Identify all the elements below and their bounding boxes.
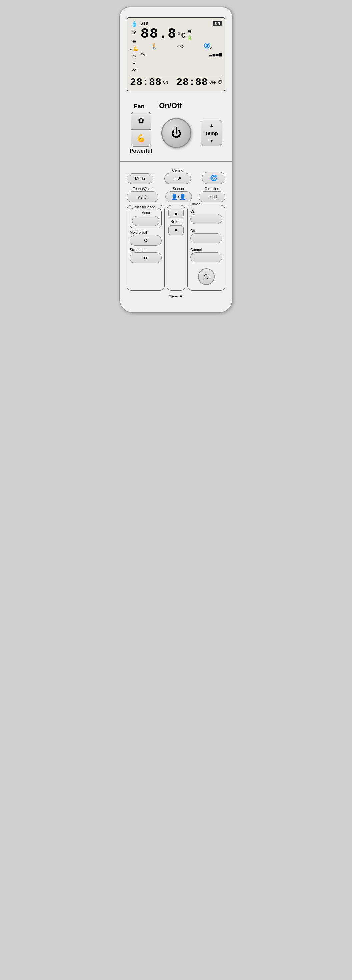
timer-cancel-btn-label: Cancel <box>190 248 202 252</box>
temp-down-arrow: ▼ <box>209 138 214 143</box>
timer-off-group: Off <box>190 227 222 245</box>
fan-auto-icon: 🌀A <box>204 42 212 49</box>
econo-quiet-button[interactable]: ↙/☺ <box>127 191 158 202</box>
lcd-status-top: STD ON <box>140 21 222 26</box>
power-icon: ⏻ <box>171 127 182 139</box>
menu-sub-label: Menu <box>132 211 159 215</box>
streamer-icon: ≪ <box>143 255 149 261</box>
lcd-left-icons: 💧 ❄ ❋ ↙💪 ⌂ ↩ ≪ <box>130 21 139 73</box>
streamer-group: Streamer ≪ <box>130 248 162 264</box>
fan-mode-icon: ❋ <box>132 37 136 45</box>
remote-control: 💧 ❄ ❋ ↙💪 ⌂ ↩ ≪ STD ON 88.8°C <box>119 7 233 313</box>
timer-off-time: 28:88 <box>176 76 208 88</box>
onoff-label: On/Off <box>159 101 182 110</box>
temp-group: ▲ Temp ▼ <box>201 119 222 146</box>
filter-icon: ▦ <box>188 28 191 34</box>
left-outer-box: Push for 2 sec Menu Mold proof ↺ Streame… <box>127 205 165 291</box>
temp-label: Temp <box>205 130 218 136</box>
mode-button[interactable]: Mode <box>127 173 153 184</box>
lcd-display: 💧 ❄ ❋ ↙💪 ⌂ ↩ ≪ STD ON 88.8°C <box>127 18 225 91</box>
temp-up-arrow: ▲ <box>209 123 214 128</box>
ceiling-icon: □↗ <box>174 175 182 181</box>
mode-label: Mode <box>135 176 145 181</box>
dry-icon: ↙💪 <box>130 46 139 52</box>
snowflake-icon: ❄ <box>132 29 136 36</box>
home-icon: ⌂ <box>133 53 136 59</box>
mold-proof-button[interactable]: ↺ <box>130 235 162 246</box>
row1: Mode Ceiling □↗ 🌀 <box>127 168 225 184</box>
wave-icon: ≪ <box>132 67 137 73</box>
select-up-icon: ▲ <box>174 210 178 216</box>
fan-buttons: ✿ 💪 <box>131 112 151 146</box>
timer-on-label: ON <box>163 81 168 84</box>
clock-button[interactable]: ⏱ <box>198 269 215 285</box>
ceiling-group: Ceiling □↗ <box>164 168 191 184</box>
lcd-on-badge: ON <box>213 21 222 26</box>
direction-group: Direction ↔≋ <box>199 186 225 202</box>
timer-cancel-button[interactable] <box>190 253 222 262</box>
lcd-timer-row: 28:88 ON 28:88 OFF ⏱ <box>130 75 222 88</box>
timer-off-block: 28:88 OFF ⏱ <box>176 76 222 88</box>
person-walking-icon: 🚶 <box>150 42 158 49</box>
menu-button[interactable] <box>132 216 159 226</box>
direction-icon: ↔≋ <box>207 194 217 200</box>
swing-button[interactable]: 🌀 <box>202 172 225 184</box>
streamer-label: Streamer <box>130 248 162 252</box>
battery-row: □+ − ▼ <box>127 294 225 299</box>
ceiling-button[interactable]: □↗ <box>164 173 191 184</box>
section-divider <box>120 161 232 162</box>
lcd-fan-a-icon: ❋A <box>140 51 145 57</box>
lcd-main: STD ON 88.8°C ▦ 🔋 🚶 ▭↺ 🌀A <box>140 21 222 73</box>
upper-label-row: Fan On/Off <box>127 101 225 110</box>
timer-group-label: Timer <box>190 202 201 206</box>
droplet-icon: 💧 <box>131 21 138 27</box>
menu-box: Push for 2 sec Menu <box>130 208 162 228</box>
direction-button[interactable]: ↔≋ <box>199 191 225 202</box>
timer-on-btn-label: On <box>190 209 195 213</box>
lcd-temperature: 88.8°C <box>140 27 185 41</box>
powerful-label: Powerful <box>130 148 152 154</box>
power-button[interactable]: ⏻ <box>161 118 191 148</box>
sensor-button[interactable]: 👤/👤 <box>165 191 192 202</box>
battery-text: □+ − ▼ <box>169 294 183 299</box>
powerful-button[interactable]: 💪 <box>131 129 151 146</box>
wind-mode-icon: ▭↺ <box>177 43 184 49</box>
row2: Econo/Quiet ↙/☺ Sensor 👤/👤 Direction ↔≋ <box>127 186 225 202</box>
push-label: Push for 2 sec <box>133 205 156 209</box>
battery-icon: 🔋 <box>187 35 192 41</box>
clock-icon: ⏱ <box>203 273 210 281</box>
main-lower-area: Push for 2 sec Menu Mold proof ↺ Streame… <box>127 205 225 291</box>
timer-off-btn-label: Off <box>190 229 195 232</box>
select-down-icon: ▼ <box>174 228 178 233</box>
ceiling-label: Ceiling <box>172 168 183 172</box>
econo-quiet-group: Econo/Quiet ↙/☺ <box>127 186 158 202</box>
timer-on-button[interactable] <box>190 214 222 224</box>
upper-buttons-row: ✿ 💪 Powerful ⏻ ▲ Temp ▼ <box>127 112 225 154</box>
lower-section: Mode Ceiling □↗ 🌀 Econo/Quiet ↙/☺ Senso <box>127 165 225 302</box>
timer-off-label: OFF <box>209 81 216 84</box>
fan-speed-button[interactable]: ✿ <box>131 112 151 129</box>
fan-label: Fan <box>134 103 145 110</box>
mold-proof-label: Mold proof <box>130 230 162 234</box>
lcd-bottom-icons: 🚶 ▭↺ 🌀A <box>140 42 222 49</box>
select-up-button[interactable]: ▲ <box>168 208 184 218</box>
mold-icon: ↺ <box>144 237 148 243</box>
upper-section: Fan On/Off ✿ 💪 Powerful ⏻ ▲ Temp <box>127 98 225 157</box>
temp-button[interactable]: ▲ Temp ▼ <box>201 119 222 146</box>
timer-cancel-group: Cancel <box>190 247 222 264</box>
select-column: ▲ Select ▼ <box>167 205 185 291</box>
mold-proof-group: Mold proof ↺ <box>130 230 162 246</box>
timer-off-button[interactable] <box>190 233 222 243</box>
temp-value: 88.8 <box>140 26 177 42</box>
clock-icon-small: ⏱ <box>217 80 222 85</box>
right-outer-box: Timer On Off Cancel ⏱ <box>187 205 225 291</box>
sensor-icon: 👤/👤 <box>171 194 186 200</box>
timer-on-block: 28:88 ON <box>130 76 168 88</box>
econo-icon: ↙/☺ <box>137 194 148 200</box>
streamer-button[interactable]: ≪ <box>130 253 162 264</box>
swing-icon: 🌀 <box>210 174 217 181</box>
sensor-label: Sensor <box>173 186 184 191</box>
lcd-right-icons: ▦ 🔋 <box>187 28 192 41</box>
select-down-button[interactable]: ▼ <box>168 225 184 235</box>
temp-unit: °C <box>177 32 185 40</box>
